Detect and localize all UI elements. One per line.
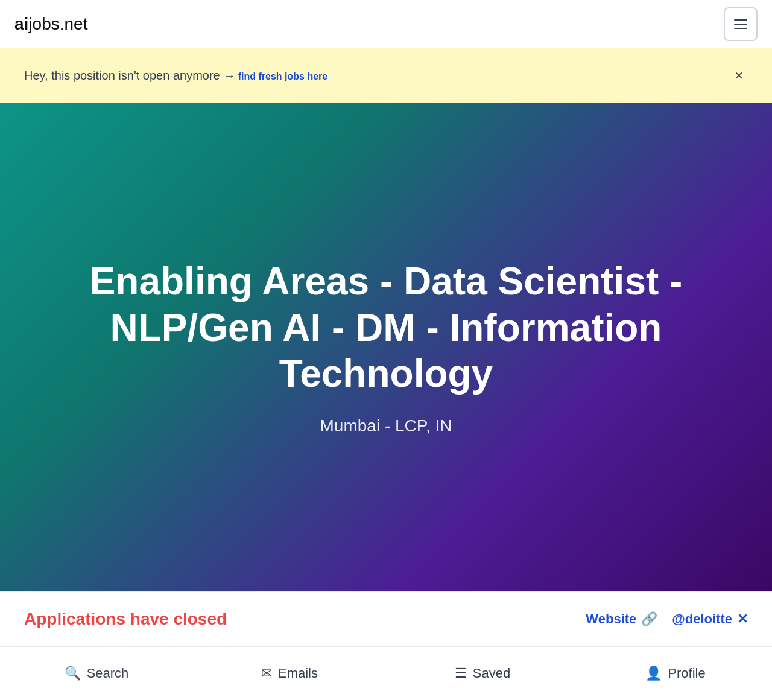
nav-item-saved[interactable]: ☰ Saved [386, 656, 579, 691]
job-location: Mumbai - LCP, IN [320, 416, 452, 436]
logo-jobs: jobs.net [28, 14, 87, 33]
info-bar: Applications have closed Website 🔗 @delo… [0, 591, 772, 646]
profile-label: Profile [668, 666, 705, 681]
link-icon: 🔗 [641, 611, 657, 627]
website-link[interactable]: Website 🔗 [586, 611, 657, 627]
emails-icon: ✉ [261, 666, 272, 681]
hamburger-line-1 [734, 19, 747, 21]
search-icon: 🔍 [65, 666, 81, 681]
twitter-link[interactable]: @deloitte ✕ [672, 611, 748, 627]
x-icon: ✕ [737, 611, 748, 627]
banner-message: Hey, this position isn't open anymore → … [24, 69, 327, 83]
banner-text: Hey, this position isn't open anymore → [24, 69, 235, 82]
search-label: Search [87, 666, 129, 681]
saved-icon: ☰ [455, 666, 467, 681]
profile-icon: 👤 [645, 666, 662, 681]
hamburger-line-2 [734, 24, 747, 25]
logo-ai: ai [14, 14, 28, 33]
logo[interactable]: aijobs.net [14, 14, 87, 34]
saved-label: Saved [473, 666, 510, 681]
hamburger-line-3 [734, 28, 747, 29]
company-links: Website 🔗 @deloitte ✕ [586, 611, 748, 627]
header: aijobs.net [0, 0, 772, 48]
job-title: Enabling Areas - Data Scientist - NLP/Ge… [48, 258, 724, 397]
nav-item-profile[interactable]: 👤 Profile [579, 656, 772, 691]
notification-banner: Hey, this position isn't open anymore → … [0, 48, 772, 103]
find-jobs-link[interactable]: find fresh jobs here [238, 71, 327, 81]
emails-label: Emails [278, 666, 318, 681]
banner-close-button[interactable]: × [730, 66, 748, 85]
application-status: Applications have closed [24, 609, 227, 629]
hamburger-button[interactable] [724, 7, 758, 41]
nav-item-search[interactable]: 🔍 Search [0, 656, 193, 691]
bottom-navigation: 🔍 Search ✉ Emails ☰ Saved 👤 Profile [0, 646, 772, 700]
twitter-handle: @deloitte [672, 611, 732, 627]
website-label: Website [586, 611, 636, 627]
hero-section: Enabling Areas - Data Scientist - NLP/Ge… [0, 103, 772, 591]
nav-item-emails[interactable]: ✉ Emails [193, 656, 386, 691]
